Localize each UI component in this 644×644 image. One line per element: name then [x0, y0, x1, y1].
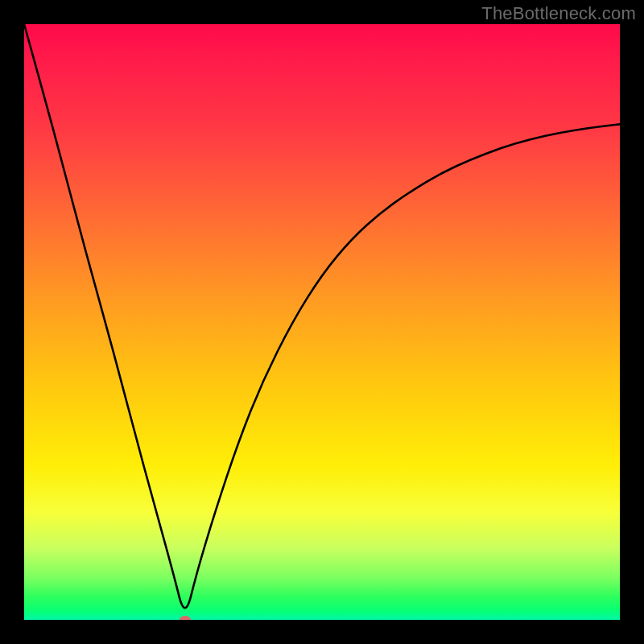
minimum-marker: [180, 616, 191, 620]
watermark-text: TheBottleneck.com: [481, 3, 636, 24]
plot-area: [24, 24, 620, 620]
bottleneck-curve: [24, 24, 620, 620]
chart-frame: TheBottleneck.com: [0, 0, 644, 644]
